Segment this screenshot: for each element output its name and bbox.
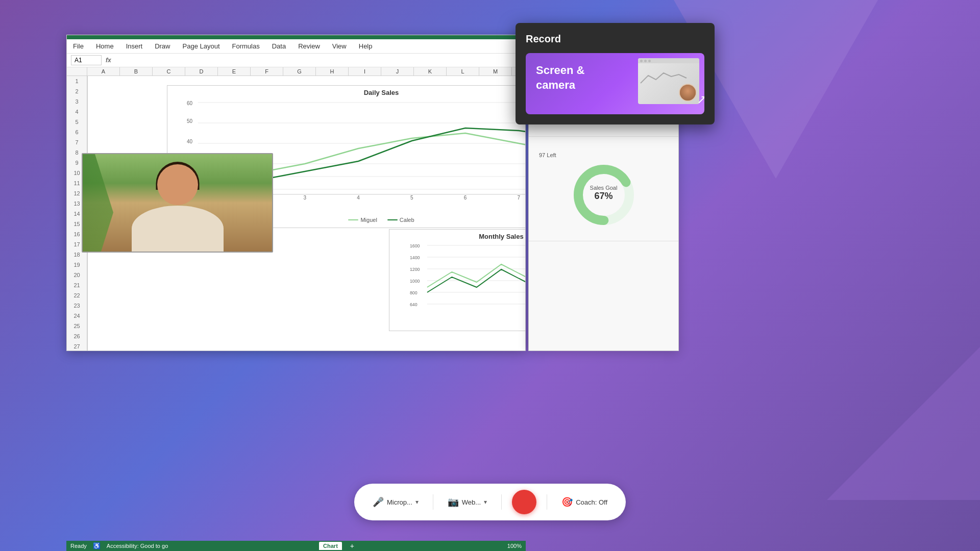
- status-ready: Ready: [70, 543, 87, 549]
- menu-pagelayout[interactable]: Page Layout: [181, 41, 222, 51]
- card-btn-min: [644, 60, 647, 62]
- divider-3: [547, 494, 547, 510]
- donut2-percent: 67%: [590, 191, 618, 202]
- row-num-27: 27: [67, 341, 87, 351]
- video-person: [83, 154, 272, 252]
- coach-label: Coach: Off: [576, 498, 607, 506]
- menu-draw[interactable]: Draw: [153, 41, 172, 51]
- chart-daily-sales-title: Daily Sales: [167, 86, 525, 97]
- col-l[interactable]: L: [447, 67, 479, 76]
- fx-icon: fx: [106, 57, 111, 64]
- col-a[interactable]: A: [87, 67, 120, 76]
- svg-text:800: 800: [410, 290, 418, 295]
- microphone-icon: 🎤: [373, 496, 384, 508]
- menu-review[interactable]: Review: [296, 41, 322, 51]
- menu-file[interactable]: File: [71, 41, 86, 51]
- webcam-icon: 📷: [448, 496, 459, 508]
- svg-text:640: 640: [410, 302, 418, 307]
- card-btn-max: [648, 60, 651, 62]
- svg-text:1000: 1000: [410, 279, 420, 284]
- screen-camera-card[interactable]: Screen & camera ↗: [526, 53, 704, 114]
- record-panel: Record Screen & camera: [516, 23, 715, 124]
- svg-text:1600: 1600: [410, 243, 420, 248]
- webcam-video: [82, 153, 273, 253]
- legend-caleb-color: [387, 219, 398, 220]
- svg-text:6: 6: [464, 195, 467, 201]
- svg-text:50: 50: [187, 118, 193, 124]
- card-btn-close: [640, 60, 643, 62]
- col-c[interactable]: C: [153, 67, 185, 76]
- donut2-left-label: 97 Left: [539, 152, 556, 158]
- menu-insert[interactable]: Insert: [124, 41, 145, 51]
- col-e[interactable]: E: [218, 67, 251, 76]
- screen-camera-label: Screen & camera: [536, 63, 584, 92]
- excel-statusbar: Ready ♿ Accessibility: Good to go Chart …: [66, 541, 526, 551]
- webcam-dropdown-arrow[interactable]: ▾: [484, 498, 487, 506]
- svg-text:1400: 1400: [410, 255, 420, 260]
- row-num-19: 19: [67, 260, 87, 270]
- col-h[interactable]: H: [316, 67, 349, 76]
- cursor-icon: ↗: [697, 92, 704, 107]
- svg-text:3: 3: [304, 195, 307, 201]
- col-j[interactable]: J: [381, 67, 414, 76]
- card-window-bar: [638, 58, 699, 63]
- microphone-dropdown-arrow[interactable]: ▾: [415, 498, 419, 506]
- donut-section-2: 97 Left Sales Goal 67%: [529, 142, 678, 241]
- menu-formulas[interactable]: Formulas: [230, 41, 262, 51]
- zoom-level: 100%: [507, 543, 522, 549]
- card-window-mock: [638, 58, 699, 104]
- legend-caleb: Caleb: [387, 217, 414, 223]
- column-headers: A B C D E F G H I J K L M: [67, 67, 525, 76]
- row-num-21: 21: [67, 280, 87, 290]
- svg-text:4: 4: [357, 195, 360, 201]
- row-num-24: 24: [67, 311, 87, 321]
- col-b[interactable]: B: [120, 67, 153, 76]
- row-num-1: 1: [67, 76, 87, 86]
- row-num-23: 23: [67, 300, 87, 311]
- row-num-5: 5: [67, 117, 87, 127]
- row-num-corner: [67, 67, 87, 76]
- col-f[interactable]: F: [251, 67, 283, 76]
- menu-help[interactable]: Help: [357, 41, 375, 51]
- row-num-26: 26: [67, 331, 87, 341]
- menu-data[interactable]: Data: [270, 41, 288, 51]
- coach-icon: 🎯: [561, 496, 573, 508]
- record-button[interactable]: [512, 490, 536, 514]
- record-panel-title: Record: [526, 33, 704, 45]
- svg-text:40: 40: [187, 139, 193, 144]
- menu-home[interactable]: Home: [94, 41, 116, 51]
- svg-text:60: 60: [187, 101, 193, 106]
- cell-reference[interactable]: A1: [71, 55, 102, 65]
- svg-text:1200: 1200: [410, 267, 420, 272]
- card-preview: [638, 58, 699, 104]
- donut2-container: Sales Goal 67%: [568, 159, 640, 231]
- sheet-tab[interactable]: Chart: [319, 542, 342, 550]
- row-num-20: 20: [67, 270, 87, 280]
- accessibility-icon: ♿: [93, 542, 101, 549]
- formula-bar: A1 fx: [67, 54, 525, 67]
- row-num-3: 3: [67, 96, 87, 107]
- col-i[interactable]: I: [349, 67, 381, 76]
- col-g[interactable]: G: [283, 67, 316, 76]
- microphone-button[interactable]: 🎤 Microp... ▾: [369, 494, 423, 510]
- col-m[interactable]: M: [479, 67, 512, 76]
- divider-1: [433, 494, 433, 510]
- microphone-label: Microp...: [387, 498, 412, 506]
- row-num-2: 2: [67, 86, 87, 96]
- donut2-label: Sales Goal: [590, 185, 618, 191]
- coach-button[interactable]: 🎯 Coach: Off: [557, 494, 611, 510]
- svg-text:7: 7: [518, 195, 521, 201]
- webcam-label: Web...: [462, 498, 481, 506]
- add-sheet-btn[interactable]: +: [348, 542, 356, 550]
- video-body: [132, 206, 224, 252]
- col-d[interactable]: D: [185, 67, 218, 76]
- card-avatar: [679, 84, 697, 102]
- excel-titlebar: [67, 35, 525, 39]
- chart-monthly-title: Monthly Sales: [389, 230, 525, 241]
- col-k[interactable]: K: [414, 67, 447, 76]
- row-num-6: 6: [67, 127, 87, 137]
- row-num-7: 7: [67, 137, 87, 147]
- webcam-button[interactable]: 📷 Web... ▾: [444, 494, 491, 510]
- menu-view[interactable]: View: [330, 41, 349, 51]
- legend-caleb-label: Caleb: [400, 217, 414, 223]
